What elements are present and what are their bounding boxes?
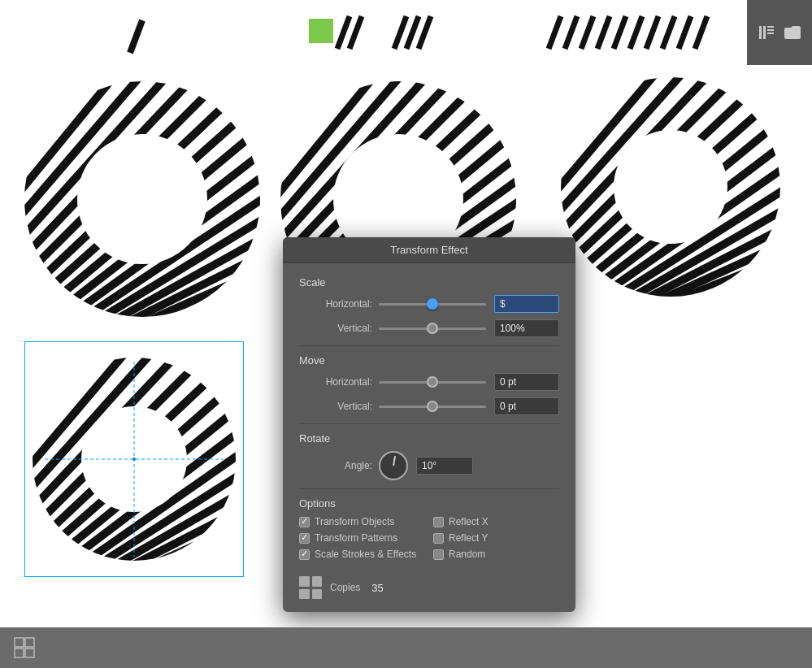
svg-line-12 <box>549 16 561 49</box>
svg-line-9 <box>394 16 406 49</box>
svg-rect-109 <box>25 648 34 657</box>
copies-value: 35 <box>371 582 383 594</box>
svg-line-11 <box>419 16 431 49</box>
svg-line-13 <box>565 16 577 49</box>
dialog-content: Scale Horizontal: Vertical: Move H <box>283 263 575 570</box>
ring-top-right <box>553 73 788 301</box>
svg-line-17 <box>630 16 642 49</box>
svg-line-8 <box>350 16 362 49</box>
scale-horizontal-input[interactable] <box>494 295 559 313</box>
grid-cell-4 <box>312 589 323 600</box>
reflect-y-checkbox[interactable] <box>433 533 444 544</box>
svg-line-16 <box>614 16 626 49</box>
svg-line-19 <box>662 16 675 49</box>
svg-rect-107 <box>25 638 34 647</box>
svg-line-21 <box>695 16 707 49</box>
scale-horizontal-label: Horizontal: <box>299 298 372 310</box>
svg-rect-6 <box>309 19 333 43</box>
random-checkbox[interactable] <box>433 549 444 560</box>
divider-2 <box>299 423 559 424</box>
transform-effect-dialog: Transform Effect Scale Horizontal: Verti… <box>283 237 575 612</box>
bottom-grid-icon[interactable] <box>13 636 36 659</box>
reflect-x-row: Reflect X <box>433 516 559 527</box>
divider-3 <box>299 488 559 489</box>
copies-label: Copies <box>330 582 360 593</box>
grid-cell-2 <box>312 576 323 587</box>
move-horizontal-label: Horizontal: <box>299 376 372 388</box>
svg-line-14 <box>581 16 593 49</box>
move-vertical-label: Vertical: <box>299 401 372 412</box>
reflect-y-label: Reflect Y <box>449 532 488 544</box>
dial-indicator <box>393 456 396 466</box>
options-grid: Transform Objects Reflect X Transform Pa… <box>299 516 559 560</box>
scale-strokes-checkbox[interactable] <box>299 549 310 560</box>
transform-patterns-row: Transform Patterns <box>299 532 425 544</box>
ring-top-left <box>16 73 268 325</box>
svg-line-5 <box>130 20 142 53</box>
svg-rect-108 <box>15 648 24 657</box>
dialog-bottom: Copies 35 <box>283 570 575 599</box>
move-horizontal-slider[interactable] <box>379 381 486 384</box>
move-vertical-row: Vertical: <box>299 397 559 415</box>
move-vertical-thumb[interactable] <box>427 401 438 412</box>
top-right-decoration <box>545 12 723 57</box>
options-section-label: Options <box>299 497 559 510</box>
top-right-toolbar <box>747 0 812 65</box>
angle-dial[interactable] <box>379 451 408 480</box>
scale-horizontal-thumb[interactable] <box>427 298 438 310</box>
scale-strokes-row: Scale Strokes & Effects <box>299 549 425 560</box>
move-horizontal-row: Horizontal: <box>299 373 559 391</box>
library-icon[interactable] <box>757 23 776 42</box>
scale-vertical-row: Vertical: <box>299 319 559 337</box>
canvas-area: Transform Effect Scale Horizontal: Verti… <box>0 0 812 668</box>
svg-rect-2 <box>767 26 774 28</box>
scale-vertical-thumb[interactable] <box>427 323 438 334</box>
top-center-decoration <box>301 12 480 57</box>
grid-cell-1 <box>299 576 310 587</box>
svg-line-15 <box>597 16 610 49</box>
dialog-title: Transform Effect <box>283 237 575 263</box>
svg-line-18 <box>646 16 658 49</box>
scale-vertical-slider[interactable] <box>379 327 486 330</box>
angle-label: Angle: <box>299 460 372 471</box>
transform-objects-label: Transform Objects <box>315 516 394 527</box>
scale-vertical-label: Vertical: <box>299 323 372 334</box>
scale-vertical-input[interactable] <box>494 319 559 337</box>
move-vertical-input[interactable] <box>494 397 559 415</box>
transform-objects-checkbox[interactable] <box>299 517 310 527</box>
move-horizontal-input[interactable] <box>494 373 559 391</box>
svg-rect-3 <box>767 29 774 31</box>
svg-rect-106 <box>15 638 24 647</box>
svg-rect-0 <box>759 26 762 39</box>
scale-strokes-label: Scale Strokes & Effects <box>315 549 416 560</box>
move-horizontal-thumb[interactable] <box>427 376 438 388</box>
angle-input[interactable] <box>416 457 473 475</box>
scale-section-label: Scale <box>299 276 559 288</box>
move-vertical-slider[interactable] <box>379 406 486 408</box>
divider-1 <box>299 345 559 346</box>
transform-objects-row: Transform Objects <box>299 516 425 527</box>
folder-icon[interactable] <box>783 23 802 42</box>
transform-patterns-label: Transform Patterns <box>315 532 397 544</box>
scale-horizontal-row: Horizontal: <box>299 295 559 313</box>
svg-line-10 <box>406 16 419 49</box>
svg-rect-1 <box>763 26 766 39</box>
copies-grid-icon[interactable] <box>299 576 322 599</box>
grid-cell-3 <box>299 589 310 600</box>
rotate-section-label: Rotate <box>299 432 559 445</box>
bottom-toolbar <box>0 627 812 668</box>
svg-rect-4 <box>767 33 774 34</box>
svg-line-7 <box>337 16 350 49</box>
reflect-x-checkbox[interactable] <box>433 517 444 527</box>
reflect-y-row: Reflect Y <box>433 532 559 544</box>
reflect-x-label: Reflect X <box>449 516 489 527</box>
move-section-label: Move <box>299 354 559 367</box>
scale-horizontal-slider[interactable] <box>379 303 486 306</box>
random-row: Random <box>433 549 559 560</box>
svg-line-20 <box>679 16 691 49</box>
ring-selected <box>28 345 240 573</box>
rotate-angle-row: Angle: <box>299 451 559 480</box>
random-label: Random <box>449 549 485 560</box>
small-stroke-1 <box>126 16 150 57</box>
transform-patterns-checkbox[interactable] <box>299 533 310 544</box>
